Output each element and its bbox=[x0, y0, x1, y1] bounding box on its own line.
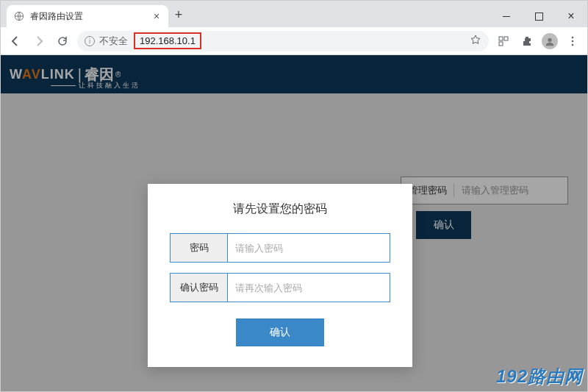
svg-point-4 bbox=[548, 38, 551, 41]
svg-rect-3 bbox=[499, 42, 503, 46]
browser-tab[interactable]: 睿因路由设置 × bbox=[7, 5, 168, 27]
page-content: WAVLINK | 睿因 ® 让科技融入生活 管理密码 请输入管理密码 确认 请… bbox=[1, 55, 587, 391]
confirm-password-row: 确认密码 bbox=[170, 273, 390, 302]
url-text: 192.168.10.1 bbox=[134, 32, 201, 49]
menu-icon[interactable] bbox=[564, 32, 581, 50]
confirm-password-input[interactable] bbox=[228, 274, 390, 302]
info-icon[interactable]: i bbox=[85, 36, 95, 46]
close-tab-icon[interactable]: × bbox=[154, 13, 161, 20]
svg-point-7 bbox=[572, 43, 574, 46]
confirm-password-label: 确认密码 bbox=[171, 274, 228, 302]
confirm-button[interactable]: 确认 bbox=[236, 318, 324, 346]
insecure-label: 不安全 bbox=[99, 35, 128, 48]
svg-rect-2 bbox=[504, 37, 508, 40]
browser-titlebar: 睿因路由设置 × + × bbox=[1, 1, 587, 27]
browser-address-bar: i 不安全 192.168.10.1 bbox=[1, 27, 587, 55]
svg-point-5 bbox=[572, 36, 574, 38]
minimize-icon[interactable] bbox=[490, 5, 523, 27]
svg-rect-1 bbox=[499, 37, 503, 40]
window-controls: × bbox=[490, 5, 587, 27]
svg-point-6 bbox=[572, 40, 574, 42]
new-tab-button[interactable]: + bbox=[168, 7, 189, 27]
password-row: 密码 bbox=[170, 233, 390, 263]
set-password-modal: 请先设置您的密码 密码 确认密码 确认 bbox=[148, 184, 412, 367]
password-input[interactable] bbox=[228, 234, 390, 262]
url-field[interactable]: i 不安全 192.168.10.1 bbox=[77, 31, 489, 51]
maximize-icon[interactable] bbox=[523, 5, 555, 27]
tab-title: 睿因路由设置 bbox=[30, 10, 148, 23]
reload-button[interactable] bbox=[54, 32, 71, 50]
forward-button[interactable] bbox=[30, 32, 48, 50]
watermark: 192路由网 bbox=[496, 365, 583, 388]
extension-icon[interactable] bbox=[518, 32, 536, 50]
qr-icon[interactable] bbox=[495, 32, 512, 50]
back-button[interactable] bbox=[7, 32, 24, 50]
modal-title: 请先设置您的密码 bbox=[170, 202, 390, 217]
profile-avatar-icon[interactable] bbox=[542, 33, 558, 49]
password-label: 密码 bbox=[171, 234, 228, 262]
star-icon[interactable] bbox=[470, 34, 481, 48]
globe-icon bbox=[14, 11, 24, 21]
window-close-icon[interactable]: × bbox=[555, 5, 587, 27]
